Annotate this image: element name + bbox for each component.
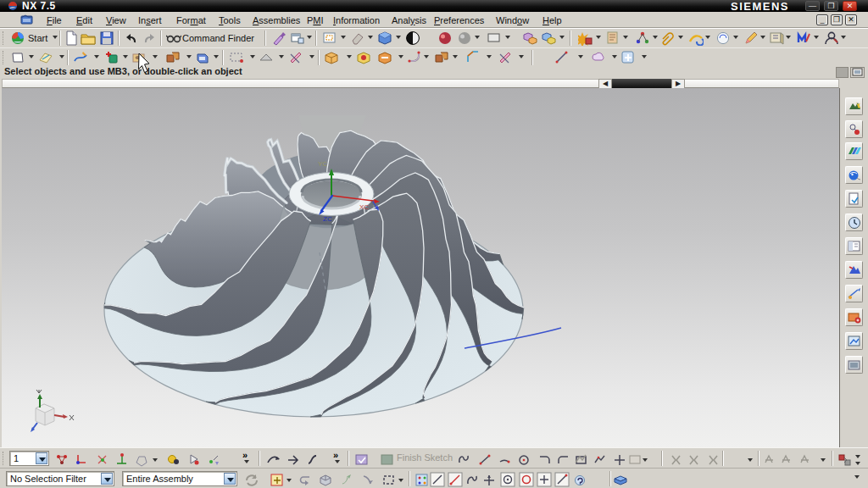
svg-text:ZC: ZC [323,215,332,223]
svg-text:XC: XC [359,203,369,211]
svg-text:YC: YC [318,160,327,168]
